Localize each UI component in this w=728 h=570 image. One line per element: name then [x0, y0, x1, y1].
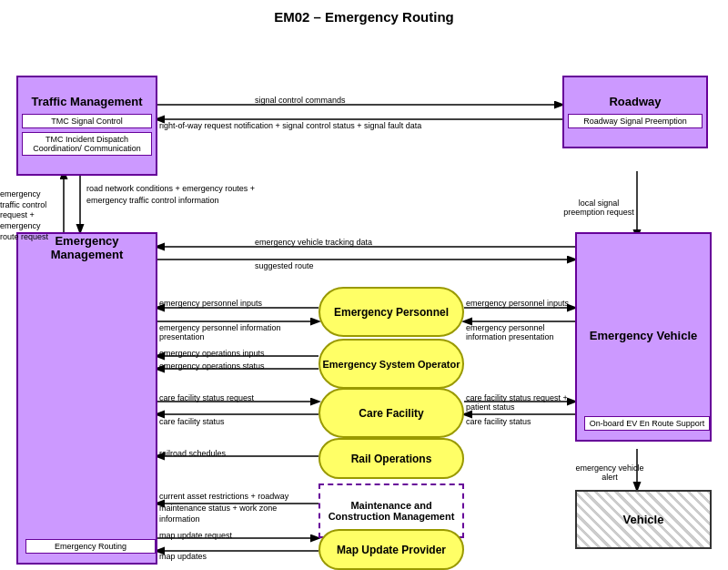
onboard-ev: On-board EV En Route Support — [584, 416, 710, 431]
roadway-label: Roadway — [609, 95, 661, 108]
label-em-traffic: emergency traffic control request + emer… — [0, 189, 59, 242]
label-ev-to-ep: emergency personnel information presenta… — [466, 323, 575, 341]
label-road-network: road network conditions + emergency rout… — [86, 183, 287, 206]
vehicle-label: Vehicle — [623, 513, 664, 526]
roadway-signal-preemption: Roadway Signal Preemption — [568, 114, 703, 128]
emergency-system-operator-label: Emergency System Operator — [322, 359, 460, 370]
emergency-personnel-box: Emergency Personnel — [318, 287, 464, 337]
emergency-personnel-label: Emergency Personnel — [334, 306, 449, 319]
emergency-management-box: Emergency Management Emergency Routing — [16, 232, 157, 565]
care-facility-label: Care Facility — [359, 407, 423, 420]
emergency-vehicle-box: Emergency Vehicle On-board EV En Route S… — [575, 232, 712, 442]
rail-operations-box: Rail Operations — [318, 438, 464, 479]
label-suggested-route: suggested route — [255, 261, 314, 270]
vehicle-box: Vehicle — [575, 490, 712, 549]
care-facility-box: Care Facility — [318, 388, 464, 438]
tmc-incident-dispatch: TMC Incident Dispatch Coordination/ Comm… — [22, 132, 152, 156]
label-cf-status-ev: care facility status — [466, 417, 531, 426]
maintenance-label: Maintenance and Construction Management — [320, 500, 462, 522]
traffic-management-label: Traffic Management — [31, 95, 142, 108]
label-eo-inputs: emergency operations inputs — [159, 349, 265, 358]
emergency-routing-sub: Emergency Routing — [25, 539, 156, 554]
label-signal-control: signal control commands — [255, 96, 346, 105]
label-railroad: railroad schedules — [159, 449, 226, 458]
map-update-box: Map Update Provider — [318, 529, 464, 570]
label-map-update-req: map update request — [159, 531, 232, 540]
label-local-signal: local signal preemption request — [562, 198, 635, 217]
label-asset-restrictions: current asset restrictions + roadway mai… — [159, 491, 314, 525]
emergency-vehicle-label: Emergency Vehicle — [590, 329, 698, 342]
label-cf-status: care facility status — [159, 417, 225, 426]
label-ep-to-ev: emergency personnel inputs — [466, 299, 575, 308]
label-ev-alert: emergency vehicle alert — [573, 463, 646, 482]
label-cf-status-request: care facility status request — [159, 393, 254, 402]
emergency-system-operator-box: Emergency System Operator — [318, 339, 464, 389]
traffic-management-box: Traffic Management TMC Signal Control TM… — [16, 76, 157, 176]
rail-operations-label: Rail Operations — [351, 453, 432, 465]
label-cf-request-ev: care facility status request + patient s… — [466, 393, 575, 412]
label-em-personnel-inputs: emergency personnel inputs — [159, 299, 262, 308]
roadway-box: Roadway Roadway Signal Preemption — [562, 76, 708, 148]
label-map-updates: map updates — [159, 552, 207, 561]
map-update-label: Map Update Provider — [337, 544, 446, 556]
label-row-request: right-of-way request notification + sign… — [159, 121, 560, 130]
page-title: EM02 – Emergency Routing — [0, 0, 728, 30]
label-ev-tracking: emergency vehicle tracking data — [255, 238, 372, 247]
tmc-signal-control: TMC Signal Control — [22, 114, 152, 128]
diagram: Traffic Management TMC Signal Control TM… — [0, 30, 728, 567]
label-eo-status: emergency operations status — [159, 361, 265, 371]
label-em-personnel-info: emergency personnel information presenta… — [159, 323, 314, 341]
